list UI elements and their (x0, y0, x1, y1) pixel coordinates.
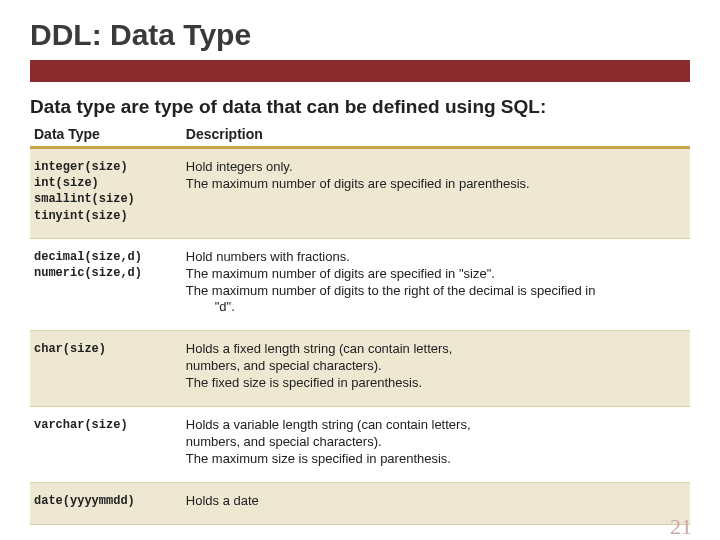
slide-title: DDL: Data Type (30, 18, 690, 52)
table-row: integer(size) int(size) smallint(size) t… (30, 148, 690, 239)
cell-type: decimal(size,d) numeric(size,d) (30, 238, 182, 331)
table-header-type: Data Type (30, 122, 182, 148)
page-number: 21 (670, 514, 692, 540)
cell-desc: Holds a fixed length string (can contain… (182, 331, 690, 407)
table-row: date(yyyymmdd) Holds a date (30, 482, 690, 524)
cell-type: date(yyyymmdd) (30, 482, 182, 524)
table-header-row: Data Type Description (30, 122, 690, 148)
slide-content: DDL: Data Type Data type are type of dat… (0, 0, 720, 525)
table-row: decimal(size,d) numeric(size,d) Hold num… (30, 238, 690, 331)
slide-subtitle: Data type are type of data that can be d… (30, 96, 690, 118)
cell-desc: Holds a variable length string (can cont… (182, 406, 690, 482)
table-row: varchar(size) Holds a variable length st… (30, 406, 690, 482)
cell-desc: Holds a date (182, 482, 690, 524)
table-row: char(size) Holds a fixed length string (… (30, 331, 690, 407)
cell-type: char(size) (30, 331, 182, 407)
cell-desc: Hold numbers with fractions. The maximum… (182, 238, 690, 331)
cell-desc: Hold integers only. The maximum number o… (182, 148, 690, 239)
accent-bar (30, 60, 690, 82)
cell-type: integer(size) int(size) smallint(size) t… (30, 148, 182, 239)
cell-type: varchar(size) (30, 406, 182, 482)
table-header-desc: Description (182, 122, 690, 148)
data-type-table: Data Type Description integer(size) int(… (30, 122, 690, 525)
